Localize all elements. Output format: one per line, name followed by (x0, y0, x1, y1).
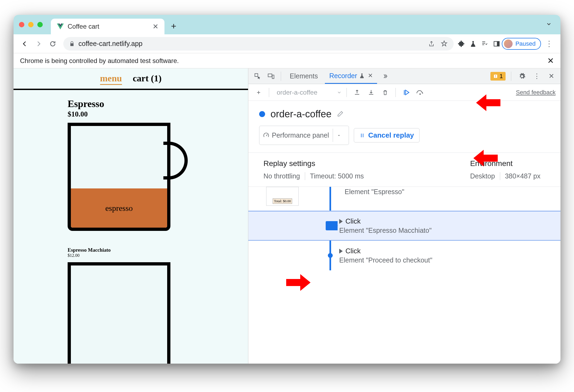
tab-elements[interactable]: Elements (285, 69, 322, 83)
close-window-button[interactable] (19, 22, 24, 27)
page-content: menu cart (1) Espresso $10.00 espresso E… (14, 68, 248, 364)
product-price: $10.00 (68, 110, 248, 118)
profile-paused-pill[interactable]: Paused (502, 38, 541, 50)
cup-graphic[interactable] (68, 262, 187, 316)
cup-fill-label: espresso (71, 188, 167, 228)
step-over-icon[interactable] (415, 87, 425, 98)
nav-menu-link[interactable]: menu (100, 73, 122, 85)
step-marker (328, 253, 333, 258)
reload-button[interactable] (47, 38, 59, 50)
step-title: Click (345, 217, 361, 225)
traffic-lights (19, 22, 43, 27)
devtools-panel: Elements Recorder ✕ 1 ⋮ ✕ (248, 68, 560, 364)
performance-panel-button[interactable]: Performance panel (259, 126, 349, 145)
inspect-icon[interactable] (252, 71, 263, 82)
reading-list-icon[interactable] (481, 40, 488, 47)
svg-rect-2 (268, 74, 272, 77)
issues-badge[interactable]: 1 (490, 72, 506, 81)
gauge-icon (263, 132, 269, 138)
product-espresso: Espresso $10.00 espresso (14, 90, 248, 239)
product-name: Espresso (68, 98, 248, 109)
flask-icon[interactable] (470, 40, 476, 47)
env-viewport: 380×487 px (500, 172, 545, 180)
warning-icon (493, 74, 498, 79)
device-toggle-icon[interactable] (266, 71, 276, 82)
annotation-arrow-icon (476, 93, 500, 112)
recording-title: order-a-coffee (270, 108, 331, 120)
close-devtools-icon[interactable]: ✕ (546, 71, 557, 82)
lock-icon (69, 41, 75, 47)
recording-status-dot (259, 111, 265, 117)
expand-icon[interactable] (339, 249, 343, 254)
step-subtitle: Element "Proceed to checkout" (339, 256, 432, 264)
send-feedback-link[interactable]: Send feedback (516, 89, 556, 96)
infobar-text: Chrome is being controlled by automated … (20, 57, 179, 65)
env-device: Desktop (470, 172, 500, 180)
share-icon[interactable] (428, 41, 435, 47)
cup-graphic[interactable]: espresso (68, 123, 187, 234)
tab-title: Coffee cart (68, 23, 99, 30)
edit-name-icon[interactable] (337, 108, 344, 120)
export-icon[interactable] (352, 87, 362, 98)
svg-point-5 (420, 93, 421, 95)
extensions-icon[interactable] (458, 40, 465, 47)
chevron-down-icon[interactable] (337, 90, 342, 95)
maximize-window-button[interactable] (37, 22, 43, 27)
flask-icon (359, 73, 365, 79)
url-text: coffee-cart.netlify.app (78, 40, 143, 48)
svg-rect-3 (272, 75, 274, 78)
throttling-value[interactable]: No throttling (263, 172, 305, 180)
recorder-controls: Performance panel Cancel replay (248, 126, 560, 152)
settings-row: Replay settings No throttling Timeout: 5… (248, 152, 560, 187)
infobar-close-icon[interactable]: ✕ (547, 56, 554, 65)
new-tab-button[interactable]: + (171, 21, 176, 31)
step-row-active[interactable]: Click Element "Espresso Macchiato" (248, 211, 560, 241)
settings-gear-icon[interactable] (517, 71, 527, 82)
devtools-tabbar: Elements Recorder ✕ 1 ⋮ ✕ (248, 68, 560, 84)
paused-label: Paused (515, 40, 536, 47)
new-recording-button[interactable]: + (253, 87, 264, 98)
tab-overflow-icon[interactable] (546, 21, 552, 28)
vue-icon (57, 24, 64, 29)
replay-settings-header: Replay settings (263, 159, 369, 168)
close-tab-icon[interactable]: ✕ (153, 22, 159, 31)
extension-icons (458, 40, 500, 47)
step-row[interactable]: Total: $0.00 Element "Espresso" (248, 187, 560, 211)
more-tabs-icon[interactable] (380, 71, 391, 82)
recording-header: order-a-coffee (248, 101, 560, 126)
address-bar[interactable]: coffee-cart.netlify.app (63, 37, 454, 51)
forward-button[interactable] (32, 38, 45, 50)
continue-replay-icon[interactable] (401, 87, 411, 98)
timeout-value[interactable]: Timeout: 5000 ms (305, 172, 369, 180)
annotation-arrow-icon (473, 149, 498, 168)
step-subtitle: Element "Espresso Macchiato" (339, 227, 432, 234)
step-row[interactable]: Click Element "Proceed to checkout" (248, 241, 560, 270)
bookmark-star-icon[interactable] (441, 40, 448, 47)
recording-select[interactable]: order-a-coffee (274, 88, 334, 97)
product-name: Espresso Macchiato (68, 247, 248, 253)
step-title: Click (345, 247, 361, 255)
perf-dropdown-icon[interactable] (333, 129, 345, 142)
steps-timeline: Total: $0.00 Element "Espresso" Click El… (248, 187, 560, 270)
nav-cart-link[interactable]: cart (1) (133, 73, 162, 85)
current-step-marker (326, 221, 338, 230)
close-tab-icon[interactable]: ✕ (368, 72, 373, 79)
side-panel-icon[interactable] (493, 40, 500, 47)
step-subtitle: Element "Espresso" (345, 188, 404, 196)
delete-icon[interactable] (380, 87, 391, 98)
step-thumbnail: Total: $0.00 (266, 187, 299, 206)
minimize-window-button[interactable] (28, 22, 34, 27)
browser-window: Coffee cart ✕ + coffee-cart.netlify.app (14, 15, 560, 364)
recorder-toolbar: + order-a-coffee Send feedback (248, 84, 560, 101)
pause-icon (359, 132, 365, 138)
cancel-replay-button[interactable]: Cancel replay (354, 128, 420, 142)
page-nav: menu cart (1) (14, 68, 248, 90)
product-price: $12.00 (68, 253, 248, 258)
back-button[interactable] (18, 38, 31, 50)
tab-recorder[interactable]: Recorder ✕ (325, 69, 377, 84)
browser-menu-button[interactable]: ⋮ (543, 39, 556, 48)
devtools-menu-icon[interactable]: ⋮ (531, 71, 542, 82)
browser-tab[interactable]: Coffee cart ✕ (51, 19, 164, 34)
import-icon[interactable] (366, 87, 377, 98)
product-macchiato: Espresso Macchiato $12.00 (14, 239, 248, 316)
